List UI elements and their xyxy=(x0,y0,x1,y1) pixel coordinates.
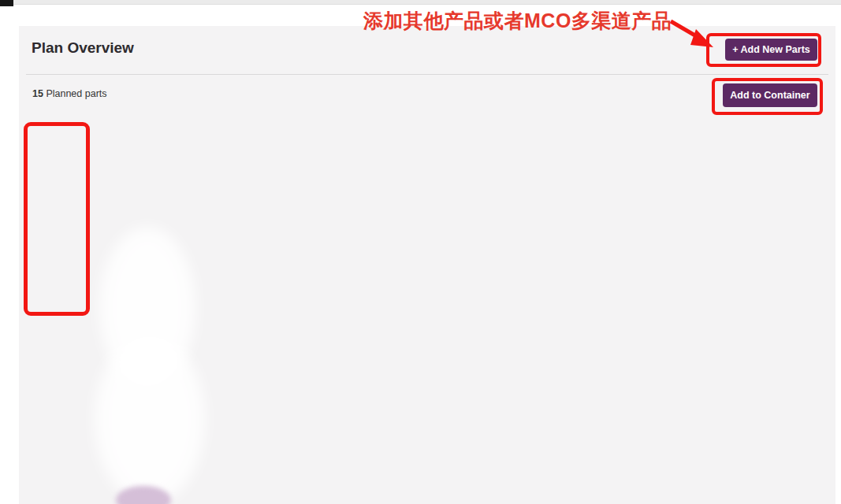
blur-smudge xyxy=(95,335,205,504)
window-corner-fragment xyxy=(0,0,13,6)
planned-parts-number: 15 xyxy=(32,88,43,99)
annotation-highlight-checkbox-column xyxy=(24,122,90,316)
annotation-text: 添加其他产品或者MCO多渠道产品 xyxy=(363,8,672,34)
page-title: Plan Overview xyxy=(32,39,134,57)
planned-parts-count: 15 Planned parts xyxy=(32,88,107,99)
annotation-arrow xyxy=(666,16,721,57)
annotation-highlight-add-to-container xyxy=(712,78,823,115)
planned-parts-label: Planned parts xyxy=(46,88,106,99)
browser-top-strip xyxy=(0,0,841,5)
divider xyxy=(26,74,828,75)
annotation-highlight-add-new-parts xyxy=(706,33,821,67)
